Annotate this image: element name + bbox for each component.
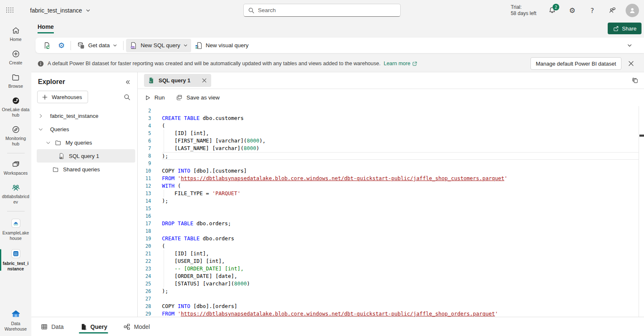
explorer-search-icon[interactable]: [124, 94, 131, 101]
code-line-24[interactable]: 24 [ORDER_DATE] [date],: [138, 272, 644, 280]
code-line-17[interactable]: 17DROP TABLE dbo.orders;: [138, 220, 644, 227]
code-text: );: [162, 197, 639, 205]
rail-item-monitoring-hub[interactable]: Monitoring hub: [0, 124, 31, 148]
rail-item-data-warehouse[interactable]: Data Warehouse: [0, 308, 31, 333]
help-button[interactable]: ?: [584, 2, 601, 19]
tab-model[interactable]: Model: [123, 317, 150, 336]
refresh-button[interactable]: [40, 39, 55, 52]
rail-item-onelake-data-hub[interactable]: OneLake data hub: [0, 95, 31, 119]
code-text: -- [ORDER_DATE] [int],: [162, 265, 639, 272]
notifications-button[interactable]: 2: [544, 2, 561, 19]
editor-overview-ruler[interactable]: [639, 106, 644, 317]
code-line-15[interactable]: 15: [138, 205, 644, 212]
editor-cursor-marker: [639, 135, 644, 137]
code-line-4[interactable]: 4(: [138, 122, 644, 130]
line-number: 11: [138, 175, 162, 182]
rail-item-home[interactable]: Home: [0, 25, 31, 43]
get-data-button[interactable]: Get data: [73, 39, 121, 52]
tab-query[interactable]: Query: [80, 317, 107, 336]
code-text: [STATUS] [varchar](8000): [162, 280, 639, 288]
add-warehouses-button[interactable]: Warehouses: [37, 91, 88, 103]
code-line-28[interactable]: 28COPY INTO [dbo].[orders]: [138, 303, 644, 310]
workspaces-icon: [11, 160, 20, 169]
collapse-ribbon-button[interactable]: [627, 43, 632, 48]
tree-item-my-queries[interactable]: My queries: [31, 136, 137, 149]
tab-data[interactable]: Data: [40, 317, 64, 336]
banner-close-button[interactable]: [625, 57, 637, 70]
code-line-22[interactable]: 22 [USER_ID] [int],: [138, 257, 644, 265]
code-text: FILE_TYPE = 'PARQUET': [162, 190, 639, 197]
tree-item-queries[interactable]: Queries: [31, 122, 137, 136]
rail-item-dbtlabsfabricdev[interactable]: dbtlabsfabricdev: [0, 182, 31, 206]
code-line-14[interactable]: 14);: [138, 197, 644, 205]
tree-item-shared-queries[interactable]: Shared queries: [31, 163, 137, 176]
rail-label: Create: [9, 60, 23, 66]
app-launcher-button[interactable]: [0, 0, 20, 21]
sql-editor[interactable]: 23CREATE TABLE dbo.customers4(5 [ID] [in…: [138, 106, 644, 317]
code-text: [LAST_NAME] [varchar](8000): [162, 145, 639, 152]
get-data-label: Get data: [88, 42, 110, 48]
code-line-9[interactable]: 9: [138, 160, 644, 167]
query-settings-button[interactable]: ⚙: [55, 38, 68, 52]
tab-close-button[interactable]: [202, 78, 207, 83]
learn-more-link[interactable]: Learn more: [384, 61, 417, 66]
rail-item-workspaces[interactable]: Workspaces: [0, 159, 31, 177]
rail-label: Data Warehouse: [2, 321, 30, 332]
share-button[interactable]: Share: [608, 23, 641, 34]
search-input[interactable]: [258, 7, 396, 13]
code-line-11[interactable]: 11FROM 'https://dbtlabsynapsedatalake.bl…: [138, 175, 644, 182]
lakehouse-icon: [10, 218, 21, 229]
rail-item-create[interactable]: Create: [0, 48, 31, 66]
code-text: CREATE TABLE dbo.orders: [162, 235, 639, 242]
new-sql-query-button[interactable]: SQL New SQL query: [126, 39, 191, 52]
code-line-8[interactable]: 8);: [138, 152, 644, 160]
code-line-16[interactable]: 16: [138, 212, 644, 220]
line-number: 23: [138, 265, 162, 272]
code-line-5[interactable]: 5 [ID] [int],: [138, 130, 644, 137]
explorer-header: Explorer: [31, 76, 137, 87]
code-line-23[interactable]: 23 -- [ORDER_DATE] [int],: [138, 265, 644, 272]
code-line-19[interactable]: 19CREATE TABLE dbo.orders: [138, 235, 644, 242]
code-line-25[interactable]: 25 [STATUS] [varchar](8000): [138, 280, 644, 288]
collapse-panel-icon[interactable]: [124, 79, 131, 85]
code-line-2[interactable]: 2: [138, 107, 644, 115]
code-line-3[interactable]: 3CREATE TABLE dbo.customers: [138, 115, 644, 122]
model-diagram-icon: [123, 323, 131, 331]
rail-item-examplelakehouse[interactable]: ExampleLakehouse: [0, 217, 31, 242]
line-number: 17: [138, 220, 162, 227]
tab-home[interactable]: Home: [38, 23, 54, 33]
close-icon: [628, 61, 634, 66]
tab-list-stack-icon[interactable]: [631, 77, 639, 84]
rail-item-fabric-test-instance[interactable]: fabric_test_instance: [0, 247, 31, 272]
code-line-29[interactable]: 29FROM 'https://dbtlabsynapsedatalake.bl…: [138, 310, 644, 317]
settings-button[interactable]: ⚙: [564, 2, 581, 19]
workspace-switcher[interactable]: fabric_test_instance: [30, 7, 91, 14]
save-as-view-button[interactable]: Save as view: [176, 94, 220, 101]
tree-item-warehouse-root[interactable]: fabric_test_instance: [31, 109, 137, 122]
code-line-12[interactable]: 12WITH (: [138, 182, 644, 190]
account-avatar[interactable]: [626, 4, 639, 17]
waffle-icon: [6, 8, 14, 13]
tree-item-sql-query-1[interactable]: SQL SQL query 1: [37, 149, 135, 163]
code-line-21[interactable]: 21 [ID] [int],: [138, 250, 644, 257]
line-number: 29: [138, 310, 162, 317]
code-text: FROM 'https://dbtlabsynapsedatalake.blob…: [162, 175, 639, 182]
rail-item-browse[interactable]: Browse: [0, 72, 31, 90]
code-line-18[interactable]: 18: [138, 227, 644, 235]
code-line-10[interactable]: 10COPY INTO [dbo].[customers]: [138, 167, 644, 175]
code-line-20[interactable]: 20(: [138, 242, 644, 250]
new-visual-query-button[interactable]: New visual query: [191, 39, 252, 52]
code-line-27[interactable]: 27: [138, 295, 644, 303]
manage-default-dataset-button[interactable]: Manage default Power BI dataset: [530, 57, 621, 70]
code-line-6[interactable]: 6 [FIRST_NAME] [varchar](8000),: [138, 137, 644, 145]
ribbon-divider: [71, 41, 71, 50]
code-line-7[interactable]: 7 [LAST_NAME] [varchar](8000): [138, 145, 644, 152]
run-button[interactable]: Run: [145, 94, 165, 101]
explorer-actions: Warehouses: [31, 87, 137, 109]
ribbon-row: ⚙ Get data SQL New SQL query: [31, 36, 644, 55]
tab-sql-query-1[interactable]: SQL SQL query 1: [144, 74, 211, 87]
feedback-button[interactable]: [604, 2, 621, 19]
code-line-13[interactable]: 13 FILE_TYPE = 'PARQUET': [138, 190, 644, 197]
code-line-26[interactable]: 26);: [138, 288, 644, 295]
svg-text:SQL: SQL: [149, 81, 152, 83]
